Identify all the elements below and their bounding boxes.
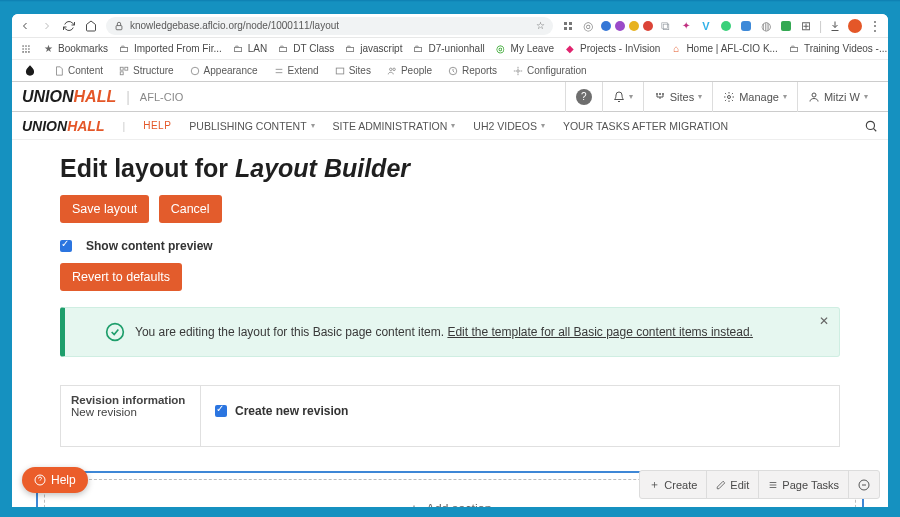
banner-text: You are editing the layout for this Basi… — [135, 325, 753, 339]
divider: | — [126, 89, 130, 105]
action-create[interactable]: ＋Create — [640, 471, 707, 498]
admin-extend[interactable]: Extend — [274, 65, 319, 76]
save-layout-button[interactable]: Save layout — [60, 195, 149, 223]
svg-point-2 — [25, 45, 27, 47]
nav-tasks-after-migration[interactable]: YOUR TASKS AFTER MIGRATION — [563, 120, 728, 132]
revision-title: Revision information — [71, 394, 190, 406]
bookmark-item[interactable]: 🗀Training Videos -... — [788, 43, 887, 55]
banner-close-icon[interactable]: ✕ — [819, 314, 829, 328]
banner-template-link[interactable]: Edit the template for all Basic page con… — [447, 325, 753, 339]
create-new-revision-checkbox[interactable] — [215, 405, 227, 417]
svg-point-23 — [812, 93, 816, 97]
admin-people[interactable]: People — [387, 65, 432, 76]
user-dropdown[interactable]: Mitzi W▾ — [797, 82, 878, 112]
drupal-icon[interactable] — [22, 63, 38, 79]
nav-site-administration[interactable]: SITE ADMINISTRATION▾ — [333, 120, 456, 132]
help-icon[interactable]: ? — [565, 82, 602, 112]
cancel-button[interactable]: Cancel — [159, 195, 222, 223]
bookmark-item[interactable]: 🗀javascript — [344, 43, 402, 55]
svg-point-20 — [659, 93, 661, 95]
help-widget[interactable]: Help — [22, 467, 88, 493]
reload-button[interactable] — [62, 19, 76, 33]
org-label: AFL-CIO — [140, 91, 183, 103]
unionhall-logo-small[interactable]: UNIONHALL — [22, 118, 104, 134]
ext-icon[interactable] — [561, 19, 575, 33]
svg-rect-0 — [116, 25, 122, 29]
svg-rect-11 — [125, 67, 128, 70]
profile-avatar[interactable] — [848, 19, 862, 33]
page-url: knowledgebase.aflcio.org/node/1000111/la… — [130, 20, 339, 31]
svg-rect-14 — [336, 68, 344, 74]
page-action-bar: ＋Create Edit Page Tasks — [639, 470, 880, 499]
bookmark-item[interactable]: 🗀D7-unionhall — [412, 43, 484, 55]
admin-reports[interactable]: Reports — [448, 65, 497, 76]
kebab-icon[interactable]: ⋮ — [868, 19, 882, 33]
svg-point-16 — [393, 68, 396, 71]
admin-appearance[interactable]: Appearance — [190, 65, 258, 76]
revision-subtitle: New revision — [71, 406, 137, 418]
notifications-button[interactable]: ▾ — [602, 82, 643, 112]
star-icon[interactable]: ☆ — [536, 20, 545, 31]
svg-rect-12 — [120, 71, 123, 74]
ext-icon[interactable]: ◎ — [581, 19, 595, 33]
nav-uh2-videos[interactable]: UH2 VIDEOS▾ — [473, 120, 545, 132]
revert-to-defaults-button[interactable]: Revert to defaults — [60, 263, 182, 291]
help-link[interactable]: HELP — [143, 120, 171, 131]
extensions-row: ◎ ⧉ ✦ V ◍ ⊞ | ⋮ — [561, 19, 882, 33]
svg-point-19 — [656, 93, 658, 95]
svg-point-25 — [107, 324, 124, 341]
info-banner: You are editing the layout for this Basi… — [60, 307, 840, 357]
svg-point-6 — [28, 48, 30, 50]
action-collapse[interactable] — [849, 471, 879, 498]
plus-icon: ＋ — [649, 477, 660, 492]
manage-dropdown[interactable]: Manage▾ — [712, 82, 797, 112]
apps-icon[interactable] — [20, 43, 32, 55]
bookmark-item[interactable]: 🗀LAN — [232, 43, 267, 55]
svg-rect-10 — [120, 67, 123, 70]
back-button[interactable] — [18, 19, 32, 33]
sites-dropdown[interactable]: Sites▾ — [643, 82, 712, 112]
admin-structure[interactable]: Structure — [119, 65, 174, 76]
download-icon[interactable] — [828, 19, 842, 33]
url-bar[interactable]: knowledgebase.aflcio.org/node/1000111/la… — [106, 17, 553, 35]
ext-icon[interactable]: V — [699, 19, 713, 33]
ext-icon[interactable]: ⊞ — [799, 19, 813, 33]
svg-point-5 — [25, 48, 27, 50]
ext-icon[interactable] — [779, 19, 793, 33]
action-edit[interactable]: Edit — [707, 471, 759, 498]
admin-configuration[interactable]: Configuration — [513, 65, 586, 76]
svg-point-22 — [728, 95, 731, 98]
unionhall-logo[interactable]: UNIONHALL — [22, 88, 116, 106]
svg-point-8 — [25, 51, 27, 53]
page-title: Edit layout for Layout Builder — [60, 154, 840, 183]
bookmark-item[interactable]: ◆Projects - InVision — [564, 43, 660, 55]
ext-icon[interactable] — [719, 19, 733, 33]
bookmark-item[interactable]: 🗀DT Class — [277, 43, 334, 55]
lock-icon — [114, 21, 124, 31]
action-page-tasks[interactable]: Page Tasks — [759, 471, 849, 498]
svg-point-4 — [22, 48, 24, 50]
ext-icon[interactable]: ⧉ — [659, 19, 673, 33]
svg-point-3 — [28, 45, 30, 47]
check-circle-icon — [105, 322, 125, 342]
forward-button[interactable] — [40, 19, 54, 33]
svg-point-9 — [28, 51, 30, 53]
svg-point-7 — [22, 51, 24, 53]
bookmark-item[interactable]: ★Bookmarks — [42, 43, 108, 55]
ext-icon[interactable] — [739, 19, 753, 33]
ext-icon[interactable]: ◍ — [759, 19, 773, 33]
ext-icon[interactable]: ✦ — [679, 19, 693, 33]
svg-point-24 — [866, 121, 874, 129]
show-content-preview-label[interactable]: Show content preview — [86, 239, 213, 253]
bookmark-item[interactable]: ◎My Leave — [495, 43, 554, 55]
admin-content[interactable]: Content — [54, 65, 103, 76]
create-new-revision-label[interactable]: Create new revision — [235, 404, 348, 418]
bookmark-item[interactable]: ⌂Home | AFL-CIO K... — [670, 43, 778, 55]
show-content-preview-checkbox[interactable] — [60, 240, 72, 252]
svg-point-15 — [389, 68, 392, 71]
search-icon[interactable] — [864, 119, 878, 133]
bookmark-item[interactable]: 🗀Imported From Fir... — [118, 43, 222, 55]
nav-publishing-content[interactable]: PUBLISHING CONTENT▾ — [189, 120, 314, 132]
home-button[interactable] — [84, 19, 98, 33]
admin-sites[interactable]: Sites — [335, 65, 371, 76]
